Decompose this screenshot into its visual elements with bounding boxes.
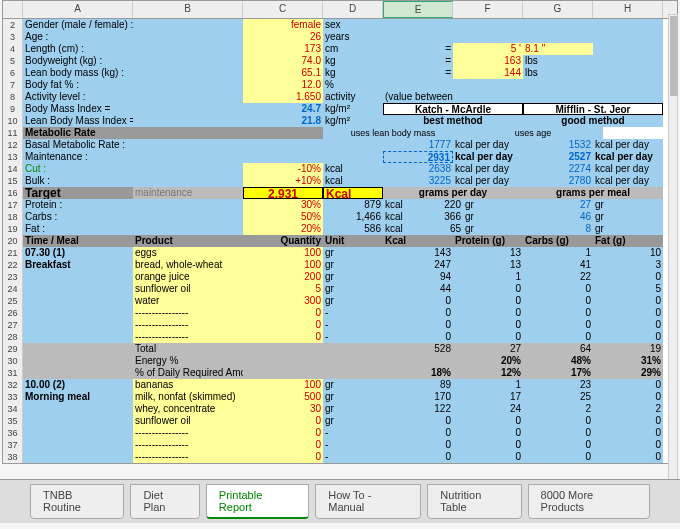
row-num[interactable]: 29: [3, 343, 23, 355]
cell[interactable]: [243, 367, 323, 379]
cell[interactable]: [593, 91, 663, 103]
cell[interactable]: 31%: [593, 355, 663, 367]
cell[interactable]: 0: [243, 427, 323, 439]
cell[interactable]: 46: [493, 211, 593, 223]
cell[interactable]: gr: [323, 283, 383, 295]
cell[interactable]: % of Daily Required Amount: [133, 367, 243, 379]
cell[interactable]: 0: [453, 283, 523, 295]
cell[interactable]: 44: [383, 283, 453, 295]
cell[interactable]: 0: [523, 307, 593, 319]
row-num[interactable]: 34: [3, 403, 23, 415]
cell[interactable]: gr: [593, 211, 663, 223]
row-num[interactable]: 10: [3, 115, 23, 127]
cell[interactable]: [243, 343, 323, 355]
cell[interactable]: 5 ': [453, 43, 523, 55]
cell[interactable]: 0: [593, 319, 663, 331]
row-num[interactable]: 24: [3, 283, 23, 295]
cell[interactable]: gr: [593, 199, 663, 211]
cell[interactable]: ----------------: [133, 319, 243, 331]
cell[interactable]: [23, 355, 133, 367]
cell[interactable]: 0: [383, 451, 453, 463]
cell[interactable]: 2638: [383, 163, 453, 175]
cell[interactable]: Bodyweight (kg) :: [23, 55, 133, 67]
cell[interactable]: Lean body mass (kg) :: [23, 67, 133, 79]
cell[interactable]: best method: [383, 115, 523, 127]
vertical-scrollbar[interactable]: [668, 14, 678, 484]
cell[interactable]: [593, 55, 663, 67]
cell[interactable]: kg/m²: [323, 115, 383, 127]
cell[interactable]: 89: [383, 379, 453, 391]
cell[interactable]: 5: [593, 283, 663, 295]
cell[interactable]: [323, 367, 383, 379]
col-c[interactable]: C: [243, 1, 323, 18]
cell[interactable]: 3225: [383, 175, 453, 187]
cell[interactable]: [133, 91, 243, 103]
cell[interactable]: [133, 115, 243, 127]
row-num[interactable]: 30: [3, 355, 23, 367]
cell[interactable]: Lean Body Mass Index =: [23, 115, 133, 127]
row-num[interactable]: 33: [3, 391, 23, 403]
cell[interactable]: [523, 31, 593, 43]
cell[interactable]: Age :: [23, 31, 133, 43]
row-num[interactable]: 9: [3, 103, 23, 115]
cell[interactable]: =: [383, 55, 453, 67]
cell[interactable]: kcal per day: [593, 139, 663, 151]
cell[interactable]: Kcal: [383, 235, 453, 247]
cell[interactable]: 100: [243, 259, 323, 271]
cell[interactable]: grams per day: [383, 187, 523, 199]
cell[interactable]: 0: [453, 427, 523, 439]
cell[interactable]: [133, 55, 243, 67]
cell[interactable]: 2: [593, 403, 663, 415]
cell[interactable]: 0: [243, 331, 323, 343]
cell[interactable]: Fat :: [23, 223, 133, 235]
cell[interactable]: [383, 355, 453, 367]
cell[interactable]: kcal per day: [593, 163, 663, 175]
cell[interactable]: [453, 31, 523, 43]
cell[interactable]: [23, 403, 133, 415]
row-num[interactable]: 8: [3, 91, 23, 103]
cell[interactable]: Bulk :: [23, 175, 133, 187]
cell[interactable]: lbs: [523, 67, 593, 79]
cell[interactable]: [133, 175, 243, 187]
cell[interactable]: 879: [323, 199, 383, 211]
cell[interactable]: 2527: [523, 151, 593, 163]
cell[interactable]: kg: [323, 67, 383, 79]
cell[interactable]: 247: [383, 259, 453, 271]
cell[interactable]: [523, 19, 593, 31]
row-num[interactable]: 4: [3, 43, 23, 55]
cell[interactable]: 0: [453, 295, 523, 307]
cell[interactable]: ----------------: [133, 307, 243, 319]
tab-8000-more-products[interactable]: 8000 More Products: [528, 484, 650, 519]
cell[interactable]: 0: [243, 415, 323, 427]
scroll-thumb[interactable]: [670, 16, 678, 96]
cell[interactable]: gr: [323, 295, 383, 307]
cell[interactable]: 122: [383, 403, 453, 415]
cell[interactable]: 50%: [243, 211, 323, 223]
cell[interactable]: gr: [463, 199, 493, 211]
cell[interactable]: [453, 91, 523, 103]
cell[interactable]: %: [323, 79, 383, 91]
cell[interactable]: 0: [243, 307, 323, 319]
cell[interactable]: Total: [133, 343, 243, 355]
cell[interactable]: 300: [243, 295, 323, 307]
cell[interactable]: [383, 31, 453, 43]
row-num[interactable]: 13: [3, 151, 23, 163]
cell[interactable]: =: [383, 43, 453, 55]
cell[interactable]: uses lean body mass: [323, 127, 463, 139]
col-e[interactable]: E: [383, 1, 453, 18]
cell[interactable]: Product: [133, 235, 243, 247]
cell[interactable]: [133, 43, 243, 55]
cell[interactable]: 0: [593, 295, 663, 307]
cell[interactable]: gr: [323, 379, 383, 391]
cell[interactable]: Activity level :: [23, 91, 133, 103]
row-num[interactable]: 11: [3, 127, 23, 139]
cell[interactable]: 0: [593, 331, 663, 343]
cell[interactable]: 30%: [243, 199, 323, 211]
cell[interactable]: [323, 355, 383, 367]
row-num[interactable]: 37: [3, 439, 23, 451]
cell[interactable]: 48%: [523, 355, 593, 367]
cell[interactable]: gr: [323, 259, 383, 271]
cell[interactable]: kcal per day: [453, 175, 523, 187]
cell[interactable]: 18%: [383, 367, 453, 379]
cell[interactable]: [593, 43, 663, 55]
